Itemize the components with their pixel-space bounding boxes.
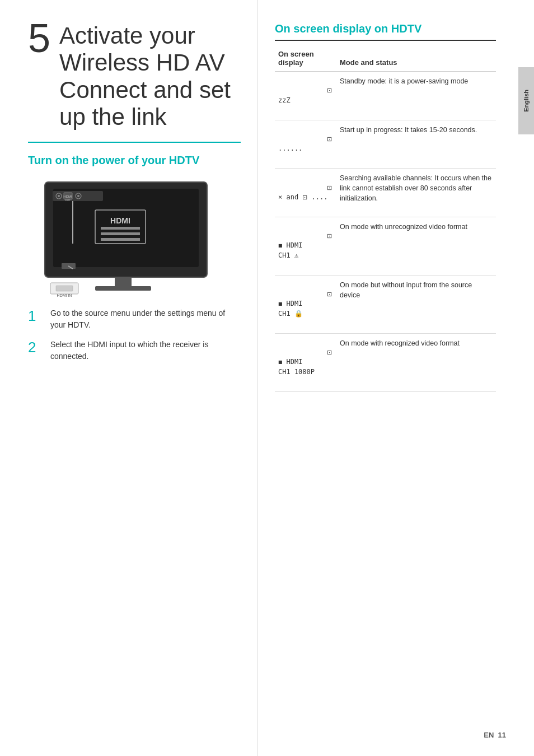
- svg-rect-8: [95, 286, 151, 291]
- display-cell: ⊡ ◼ HDMICH1 🔒: [275, 275, 336, 333]
- status-cell: Searching available channels: It occurs …: [336, 169, 496, 217]
- svg-rect-5: [101, 232, 140, 235]
- table-row: ⊡ zzZ Standby mode: it is a power-saving…: [275, 72, 496, 120]
- status-cell: On mode with unrecognized video format: [336, 217, 496, 275]
- col-header-status: Mode and status: [336, 45, 496, 72]
- language-label: English: [523, 90, 530, 112]
- status-cell: Standby mode: it is a power-saving mode: [336, 72, 496, 120]
- language-tab: English: [518, 67, 534, 134]
- instruction-text-2: Select the HDMI input to which the recei…: [50, 339, 241, 362]
- display-cell: ⊡ ◼ HDMICH1 1080P: [275, 333, 336, 391]
- svg-point-15: [58, 195, 60, 197]
- col-header-display: On screendisplay: [275, 45, 336, 72]
- step-title-line1: Activate your: [59, 22, 195, 49]
- svg-text:OUT: OUT: [65, 198, 71, 202]
- instruction-number-1: 1: [28, 307, 45, 325]
- instructions-list: 1 Go to the source menu under the settin…: [28, 307, 241, 362]
- right-column-title: On screen display on HDTV: [275, 22, 496, 41]
- tv-illustration: HDMI HDMI HDMI IN HDMI OUT: [28, 176, 218, 300]
- instruction-item-2: 2 Select the HDMI input to which the rec…: [28, 339, 241, 362]
- status-cell: On mode but without input from the sourc…: [336, 275, 496, 333]
- page-number: 11: [498, 731, 506, 739]
- page-footer: EN 11: [484, 731, 506, 739]
- svg-rect-7: [115, 277, 132, 287]
- table-row: ⊡ × and ⊡ .... Searching available chann…: [275, 169, 496, 217]
- left-column: 5 Activate your Wireless HD AV Connect a…: [0, 0, 257, 756]
- display-cell: ⊡ zzZ: [275, 72, 336, 120]
- display-cell: ⊡ × and ⊡ ....: [275, 169, 336, 217]
- table-row: ⊡ ◼ HDMICH1 🔒 On mode but without input …: [275, 275, 496, 333]
- table-row: ⊡ ◼ HDMICH1 ⚠ On mode with unrecognized …: [275, 217, 496, 275]
- status-table: On screendisplay Mode and status ⊡ zzZ S…: [275, 45, 496, 392]
- step-title-line2: Wireless HD AV: [59, 49, 225, 76]
- instruction-text-1: Go to the source menu under the settings…: [50, 307, 241, 331]
- left-subtitle: Turn on the power of your HDTV: [28, 153, 241, 167]
- step-title-line3: Connect and set: [59, 77, 231, 103]
- svg-rect-4: [101, 227, 140, 230]
- footer-prefix: EN: [484, 731, 494, 739]
- display-cell: ⊡ ......: [275, 120, 336, 169]
- page-container: 5 Activate your Wireless HD AV Connect a…: [0, 0, 534, 756]
- instruction-item-1: 1 Go to the source menu under the settin…: [28, 307, 241, 331]
- svg-rect-11: [56, 286, 73, 291]
- table-row: ⊡ ...... Start up in progress: It takes …: [275, 120, 496, 169]
- svg-point-20: [77, 195, 79, 197]
- step-title-line4: up the link: [59, 104, 166, 130]
- step-header: 5 Activate your Wireless HD AV Connect a…: [28, 22, 241, 130]
- status-cell: On mode with recognized video format: [336, 333, 496, 391]
- svg-text:HDMI IN: HDMI IN: [57, 293, 72, 297]
- display-cell: ⊡ ◼ HDMICH1 ⚠: [275, 217, 336, 275]
- right-column: On screen display on HDTV On screendispl…: [257, 0, 518, 756]
- step-number: 5: [28, 18, 50, 58]
- table-row: ⊡ ◼ HDMICH1 1080P On mode with recognize…: [275, 333, 496, 391]
- svg-rect-6: [101, 238, 140, 241]
- instruction-number-2: 2: [28, 339, 45, 356]
- status-cell: Start up in progress: It takes 15-20 sec…: [336, 120, 496, 169]
- divider-top: [28, 142, 241, 143]
- step-title: Activate your Wireless HD AV Connect and…: [59, 22, 231, 130]
- svg-text:HDMI: HDMI: [110, 216, 130, 225]
